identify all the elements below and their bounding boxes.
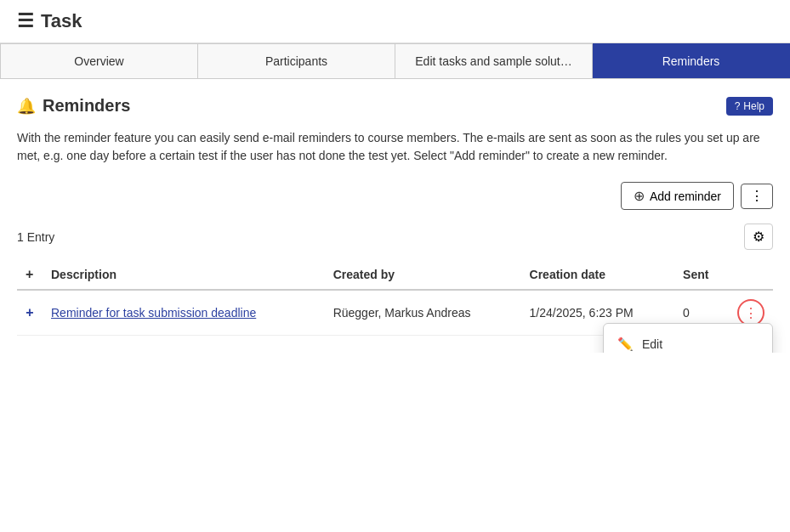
- col-header-actions: [729, 260, 773, 290]
- table-header: + Description Created by Creation date S…: [17, 260, 773, 290]
- page-heading: 🔔 Reminders ? Help: [17, 96, 773, 116]
- row-description: Reminder for task submission deadline: [43, 290, 325, 336]
- toolbar: ⊕ Add reminder ⋮: [17, 182, 773, 210]
- page-title: Reminders: [43, 96, 130, 116]
- col-header-expand: +: [17, 260, 43, 290]
- gear-icon: ⚙: [753, 229, 764, 244]
- bell-icon: 🔔: [17, 97, 36, 116]
- col-header-sent: Sent: [674, 260, 729, 290]
- page-content: 🔔 Reminders ? Help With the reminder fea…: [0, 79, 790, 353]
- entry-count-row: 1 Entry ⚙: [17, 224, 773, 250]
- tab-bar: Overview Participants Edit tasks and sam…: [0, 43, 790, 79]
- expand-icon: +: [26, 305, 33, 320]
- help-label: Help: [743, 100, 764, 112]
- gear-button[interactable]: ⚙: [744, 224, 773, 250]
- reminder-table: + Description Created by Creation date S…: [17, 260, 773, 336]
- entry-count: 1 Entry: [17, 230, 54, 244]
- page-heading-left: 🔔 Reminders: [17, 96, 130, 116]
- app-title: ☰ Task: [17, 10, 82, 32]
- edit-icon: ✏️: [617, 337, 634, 352]
- col-header-created-by: Created by: [325, 260, 521, 290]
- col-header-creation-date: Creation date: [521, 260, 675, 290]
- task-icon: ☰: [17, 10, 34, 32]
- toolbar-kebab-button[interactable]: ⋮: [741, 184, 773, 209]
- tab-overview[interactable]: Overview: [0, 43, 198, 78]
- add-col-icon[interactable]: +: [26, 267, 33, 281]
- edit-label: Edit: [642, 337, 662, 351]
- add-reminder-label: Add reminder: [650, 190, 721, 203]
- row-kebab-icon: ⋮: [744, 305, 758, 321]
- row-expand[interactable]: +: [17, 290, 43, 336]
- tab-edit-tasks[interactable]: Edit tasks and sample solut…: [395, 43, 593, 78]
- table-body: + Reminder for task submission deadline …: [17, 290, 773, 336]
- app-header: ☰ Task: [0, 0, 790, 43]
- row-actions: ⋮ ✏️ Edit 📋 Duplicate ✉️: [729, 290, 773, 336]
- help-button[interactable]: ? Help: [726, 97, 773, 116]
- table-row: + Reminder for task submission deadline …: [17, 290, 773, 336]
- kebab-icon: ⋮: [750, 189, 764, 203]
- tab-participants[interactable]: Participants: [198, 43, 395, 78]
- description-link[interactable]: Reminder for task submission deadline: [51, 306, 256, 320]
- app-title-text: Task: [41, 10, 82, 32]
- col-header-description: Description: [43, 260, 325, 290]
- add-reminder-button[interactable]: ⊕ Add reminder: [621, 182, 734, 210]
- dropdown-item-edit[interactable]: ✏️ Edit: [604, 329, 772, 353]
- tab-reminders[interactable]: Reminders: [593, 43, 790, 78]
- dropdown-menu: ✏️ Edit 📋 Duplicate ✉️ Send reminders no…: [603, 323, 773, 353]
- plus-circle-icon: ⊕: [634, 188, 645, 204]
- row-created-by: Rüegger, Markus Andreas: [325, 290, 521, 336]
- question-icon: ?: [735, 100, 741, 112]
- description-text: With the reminder feature you can easily…: [17, 129, 773, 165]
